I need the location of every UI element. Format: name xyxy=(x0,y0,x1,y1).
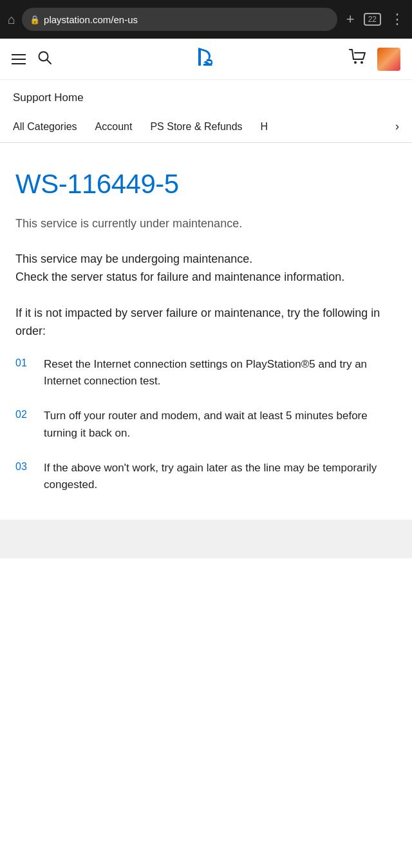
error-code-heading: WS-116449-5 xyxy=(15,169,397,200)
step-number-2: 02 xyxy=(15,408,33,420)
support-home-link[interactable]: Support Home xyxy=(13,91,84,104)
cart-button[interactable] xyxy=(349,49,367,70)
nav-item-h[interactable]: H xyxy=(261,121,286,133)
svg-line-1 xyxy=(47,60,51,64)
nav-item-ps-store[interactable]: PS Store & Refunds xyxy=(150,121,260,133)
steps-list: 01 Reset the Internet connection setting… xyxy=(15,356,397,494)
nav-item-account[interactable]: Account xyxy=(95,121,151,133)
step-item: 02 Turn off your router and modem, and w… xyxy=(15,408,397,442)
steps-intro-text: If it is not impacted by server failure … xyxy=(15,305,397,341)
breadcrumb-bar: Support Home xyxy=(0,80,412,111)
nav-item-all-categories[interactable]: All Categories xyxy=(13,121,95,133)
hamburger-line xyxy=(12,63,26,64)
header-left xyxy=(12,50,52,68)
search-button[interactable] xyxy=(37,50,52,68)
footer-area xyxy=(0,520,412,558)
step-text-3: If the above won't work, try again later… xyxy=(44,460,397,494)
url-text: playstation.com/en-us xyxy=(44,14,138,25)
step-number-1: 01 xyxy=(15,356,33,369)
maintenance-subtitle: This service is currently under maintena… xyxy=(15,215,397,232)
url-bar[interactable]: 🔒 playstation.com/en-us xyxy=(22,8,337,31)
add-tab-button[interactable]: + xyxy=(346,11,355,28)
step-text-1: Reset the Internet connection settings o… xyxy=(44,356,397,390)
browser-home-icon[interactable]: ⌂ xyxy=(8,12,15,27)
step-item: 03 If the above won't work, try again la… xyxy=(15,460,397,494)
nav-arrow-right[interactable]: › xyxy=(395,120,399,133)
site-header xyxy=(0,39,412,80)
tab-count-badge[interactable]: 22 xyxy=(364,13,381,26)
more-options-button[interactable]: ⋮ xyxy=(390,11,404,28)
hamburger-line xyxy=(12,54,26,55)
step-text-2: Turn off your router and modem, and wait… xyxy=(44,408,397,442)
svg-point-2 xyxy=(354,61,357,64)
step-number-3: 03 xyxy=(15,460,33,473)
body-paragraph: This service may be undergoing maintenan… xyxy=(15,250,397,287)
main-content: WS-116449-5 This service is currently un… xyxy=(0,143,412,520)
browser-chrome: ⌂ 🔒 playstation.com/en-us + 22 ⋮ xyxy=(0,0,412,39)
playstation-logo xyxy=(189,45,223,73)
svg-point-3 xyxy=(360,61,363,64)
header-right xyxy=(349,48,400,71)
step-item: 01 Reset the Internet connection setting… xyxy=(15,356,397,390)
hamburger-line xyxy=(12,59,26,60)
category-nav: All Categories Account PS Store & Refund… xyxy=(0,111,412,143)
lock-icon: 🔒 xyxy=(30,15,40,24)
hamburger-menu-button[interactable] xyxy=(12,54,26,64)
user-avatar[interactable] xyxy=(377,48,400,71)
